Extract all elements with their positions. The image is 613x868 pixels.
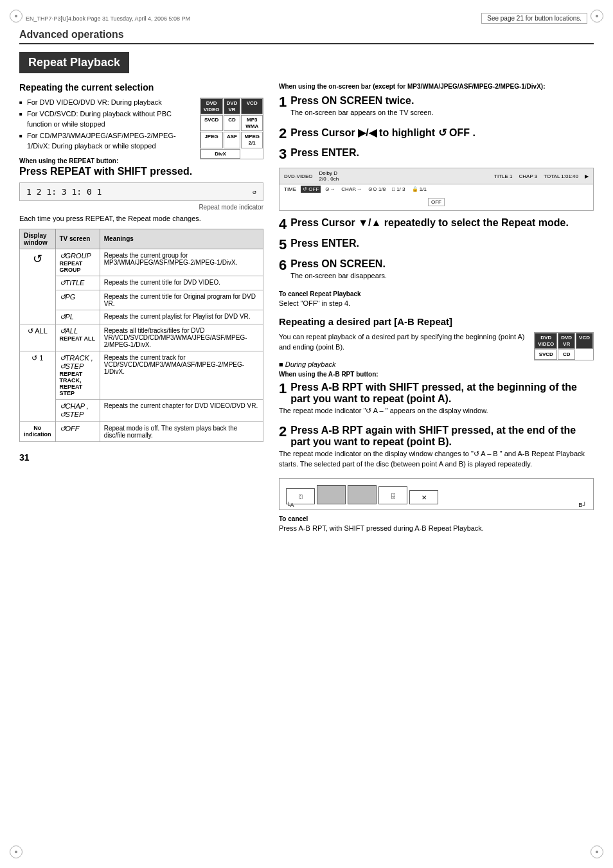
ab-step-1-title: Press A-B RPT with SHIFT pressed, at the… bbox=[279, 382, 594, 405]
display-indicator-value: 1 2 1: 3 1: 0 1 bbox=[26, 187, 102, 197]
table-header-meanings: Meanings bbox=[100, 229, 263, 249]
bar-chap-arrow: CHAP.→ bbox=[339, 186, 363, 193]
table-row: ↺PL Repeats the current playlist for Pla… bbox=[20, 310, 263, 324]
ab-step-num-2: 2 bbox=[279, 425, 287, 439]
bar-dot-arrow: ⊙→ bbox=[323, 186, 337, 193]
meaning-cell-chap: Repeats the current chapter for DVD VIDE… bbox=[100, 399, 263, 421]
step-6-desc: The on-screen bar disappears. bbox=[279, 271, 594, 281]
meaning-cell-pg: Repeats the current title for Original p… bbox=[100, 290, 263, 310]
step-5-body: Press ENTER. bbox=[279, 238, 594, 249]
section-heading: Advanced operations bbox=[19, 29, 594, 44]
ab-intro: DVDVIDEO DVDVR VCD SVCD CD You can repea… bbox=[279, 332, 594, 360]
table-row: ↺CHAP , ↺STEP Repeats the current chapte… bbox=[20, 399, 263, 421]
display-cell-all: ↺ ALL bbox=[20, 324, 56, 351]
display-cell-no-indication: Noindication bbox=[20, 421, 56, 441]
ab-step-2-body: Press A-B RPT again with SHIFT pressed, … bbox=[279, 425, 594, 469]
bar-square-13: □ 1/ 3 bbox=[390, 186, 407, 193]
bar-title: TITLE 1 bbox=[492, 173, 514, 180]
step-num-4: 4 bbox=[279, 217, 287, 231]
page-title: Repeat Playback bbox=[19, 52, 129, 73]
ab-badges: DVDVIDEO DVDVR VCD SVCD CD bbox=[534, 332, 594, 360]
ab-badge-svcd: SVCD bbox=[535, 350, 557, 360]
meaning-cell-pl: Repeats the current playlist for Playlis… bbox=[100, 310, 263, 324]
bar-total: TOTAL 1:01:40 bbox=[542, 173, 580, 180]
meaning-cell-track: Repeats the current track for VCD/SVCD/C… bbox=[100, 351, 263, 399]
bullet-list: For DVD VIDEO/DVD VR: During playback Fo… bbox=[19, 98, 263, 151]
tv-cell-pl: ↺PL bbox=[55, 310, 100, 324]
step-1: 1 Press ON SCREEN twice. The on-screen b… bbox=[279, 95, 594, 120]
to-cancel-ab-label: To cancel bbox=[279, 515, 594, 522]
table-row: ↺ ALL ↺ALL REPEAT ALL Repeats all title/… bbox=[20, 324, 263, 351]
step-1-title: Press ON SCREEN twice. bbox=[279, 95, 594, 107]
repeat-indicator-label: Repeat mode indicator bbox=[19, 204, 263, 211]
bar-play-icon: ▶ bbox=[583, 173, 591, 180]
meaning-cell-off: Repeat mode is off. The system plays bac… bbox=[100, 421, 263, 441]
repeat-arrow-icon: ↺ bbox=[33, 252, 42, 265]
when-using-ab-label: When using the A-B RPT button: bbox=[279, 371, 594, 378]
ab-frame-3 bbox=[348, 485, 377, 504]
subsection1-heading: Repeating the current selection bbox=[19, 82, 263, 93]
table-row: Noindication ↺OFF Repeat mode is off. Th… bbox=[20, 421, 263, 441]
bar-chap: CHAP 3 bbox=[517, 173, 540, 180]
ab-section-title: Repeating a desired part [A-B Repeat] bbox=[279, 316, 594, 327]
off-button-area: OFF bbox=[280, 194, 593, 210]
right-column: When using the on-screen bar (except for… bbox=[279, 82, 594, 534]
step-2-title: Press Cursor ▶/◀ to highlight ↺ OFF . bbox=[279, 127, 594, 139]
tv-cell-group: ↺GROUP REPEAT GROUP bbox=[55, 249, 100, 276]
ab-badge-dvd-vr: DVDVR bbox=[558, 333, 575, 349]
step-4-title: Press Cursor ▼/▲ repeatedly to select th… bbox=[279, 217, 594, 229]
off-box: OFF bbox=[428, 198, 445, 206]
step-5-title: Press ENTER. bbox=[279, 238, 594, 249]
step-num-3: 3 bbox=[279, 147, 287, 161]
step-num-1: 1 bbox=[279, 95, 287, 109]
ab-frame-2 bbox=[317, 485, 346, 504]
onscreen-bar-top: DVD-VIDEO Dolby D2/0 . 0ch TITLE 1 CHAP … bbox=[280, 168, 593, 184]
tv-cell-pg: ↺PG bbox=[55, 290, 100, 310]
tv-cell-track: ↺TRACK , ↺STEP REPEAT TRACK, REPEAT STEP bbox=[55, 351, 100, 399]
bar-cd-18: ⊙⊙ 1/8 bbox=[366, 186, 387, 193]
see-page-note: See page 21 for button locations. bbox=[481, 13, 587, 24]
tv-cell-all: ↺ALL REPEAT ALL bbox=[55, 324, 100, 351]
step-4-body: Press Cursor ▼/▲ repeatedly to select th… bbox=[279, 217, 594, 229]
repeat-table: Displaywindow TV screen Meanings ↺ ↺GROU… bbox=[19, 229, 263, 442]
ab-step-2: 2 Press A-B RPT again with SHIFT pressed… bbox=[279, 425, 594, 472]
step-6-title: Press ON SCREEN. bbox=[279, 258, 594, 270]
tv-cell-chap: ↺CHAP , ↺STEP bbox=[55, 399, 100, 421]
table-row: ↺TITLE Repeats the current title for DVD… bbox=[20, 276, 263, 290]
ab-step-1: 1 Press A-B RPT with SHIFT pressed, at t… bbox=[279, 382, 594, 418]
meaning-cell-title: Repeats the current title for DVD VIDEO. bbox=[100, 276, 263, 290]
when-using-onscreen-label: When using the on-screen bar (except for… bbox=[279, 82, 594, 91]
cancel-ab-section: To cancel Press A-B RPT, with SHIFT pres… bbox=[279, 515, 594, 533]
left-column: Repeating the current selection DVDVIDEO… bbox=[19, 82, 263, 534]
ab-frame-4: ⌹ bbox=[378, 486, 407, 504]
step-num-5: 5 bbox=[279, 238, 287, 252]
ab-diagram: ⌹ ⌹ ✕ └A B┘ bbox=[279, 478, 594, 510]
during-playback: ■ During playback bbox=[279, 360, 594, 368]
ab-step-1-body: Press A-B RPT with SHIFT pressed, at the… bbox=[279, 382, 594, 416]
ab-frame-5: ✕ bbox=[409, 490, 438, 504]
bar-off-highlighted: ↺ OFF bbox=[301, 186, 321, 193]
cancel-repeat-section: To cancel Repeat Playback Select "OFF" i… bbox=[279, 290, 594, 308]
onscreen-bar-bottom: TIME ↺ OFF ⊙→ CHAP.→ ⊙⊙ 1/8 □ 1/ 3 🔒 1/1 bbox=[280, 184, 593, 194]
corner-mark-br bbox=[591, 846, 603, 858]
step-2: 2 Press Cursor ▶/◀ to highlight ↺ OFF . bbox=[279, 127, 594, 141]
press-repeat-text: Press REPEAT with SHIFT pressed. bbox=[19, 166, 263, 177]
top-bar: EN_THP7-P3[U]4.book Page 31 Tuesday, Apr… bbox=[19, 13, 594, 24]
page-number: 31 bbox=[19, 452, 263, 463]
step-num-6: 6 bbox=[279, 258, 287, 272]
step-5: 5 Press ENTER. bbox=[279, 238, 594, 252]
display-cell-1: ↺ 1 bbox=[20, 351, 56, 421]
table-row: ↺ 1 ↺TRACK , ↺STEP REPEAT TRACK, REPEAT … bbox=[20, 351, 263, 399]
meaning-cell-group: Repeats the current group for MP3/WMA/JP… bbox=[100, 249, 263, 276]
ab-badge-dvd-video: DVDVIDEO bbox=[535, 333, 557, 349]
step-6: 6 Press ON SCREEN. The on-screen bar dis… bbox=[279, 258, 594, 283]
step-1-body: Press ON SCREEN twice. The on-screen bar… bbox=[279, 95, 594, 118]
bar-dolby: Dolby D2/0 . 0ch bbox=[317, 170, 341, 182]
each-time-text: Each time you press REPEAT, the Repeat m… bbox=[19, 215, 263, 222]
step-2-body: Press Cursor ▶/◀ to highlight ↺ OFF . bbox=[279, 127, 594, 139]
repeat-icon-small: ↺ bbox=[253, 188, 256, 195]
step-3-body: Press ENTER. bbox=[279, 147, 594, 159]
ab-badge-cd: CD bbox=[558, 350, 575, 360]
tv-cell-off: ↺OFF bbox=[55, 421, 100, 441]
table-row: ↺ ↺GROUP REPEAT GROUP Repeats the curren… bbox=[20, 249, 263, 276]
